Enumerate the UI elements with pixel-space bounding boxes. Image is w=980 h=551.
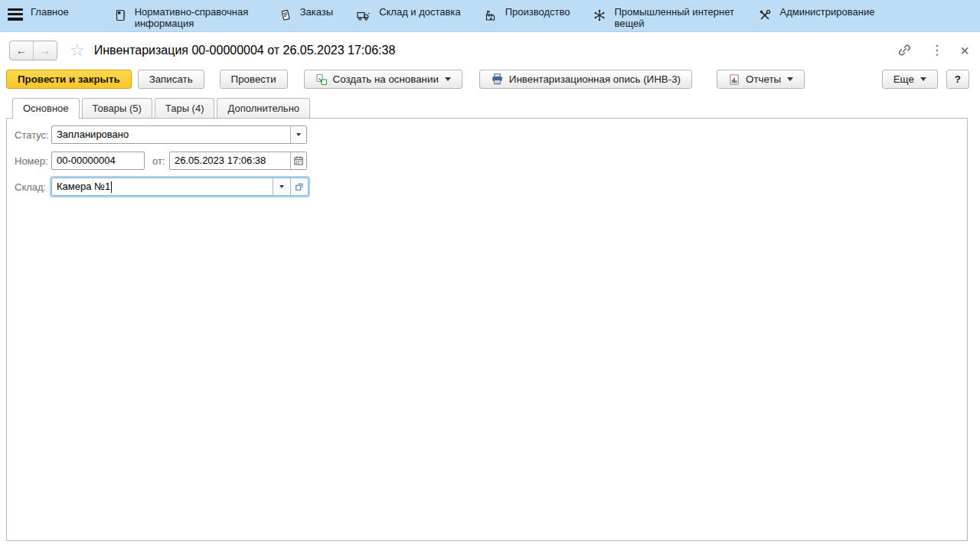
reports-label: Отчеты [746,73,781,85]
tab-containers[interactable]: Тары (4) [155,98,215,118]
tab-content-panel: Статус: Запланировано Номер: 00-00000004… [6,118,968,541]
factory-icon [484,8,498,24]
main-menu-bar: Главное Нормативно-справочная информация… [0,0,980,32]
save-button[interactable]: Записать [138,70,204,89]
inventory-list-print-button[interactable]: Инвентаризационная опись (ИНВ-3) [479,70,692,89]
date-label: от: [152,155,166,167]
menu-item-label: Промышленный интернет вещей [614,5,735,29]
open-in-window-icon [295,182,304,191]
date-input[interactable]: 26.05.2023 17:06:38 [170,152,290,169]
chevron-down-icon [787,77,793,81]
menu-item-industrial-iot[interactable]: Промышленный интернет вещей [593,5,735,29]
post-and-close-button[interactable]: Провести и закрыть [6,70,132,89]
menu-item-administration[interactable]: Администрирование [758,5,874,24]
menu-item-warehouse-delivery[interactable]: Склад и доставка [356,5,461,24]
create-based-on-icon [315,73,328,86]
document-title-bar: ← → ☆ Инвентаризация 00-00000004 от 26.0… [0,33,980,67]
tab-main[interactable]: Основное [12,98,80,119]
reports-chart-icon [728,73,740,86]
printer-icon [491,73,504,86]
more-actions-label: Еще [893,73,914,85]
favorite-star-icon[interactable]: ☆ [70,41,85,60]
delivery-truck-icon [356,8,371,24]
calendar-button[interactable] [290,152,306,169]
create-based-on-label: Создать на основании [333,73,439,85]
calendar-icon [293,155,304,166]
reference-book-icon [113,8,127,24]
inventory-list-label: Инвентаризационная опись (ИНВ-3) [509,73,681,85]
status-dropdown-button[interactable] [290,126,306,143]
command-toolbar: Провести и закрыть Записать Провести Соз… [0,67,980,93]
menu-item-label: Администрирование [779,5,874,18]
tab-goods[interactable]: Товары (5) [82,98,152,118]
menu-item-label: Заказы [300,5,333,18]
menu-item-label: Главное [31,5,69,18]
get-link-icon[interactable] [897,43,912,57]
more-actions-button[interactable]: Еще [882,70,938,89]
close-icon[interactable]: × [960,44,969,57]
back-button[interactable]: ← [10,41,33,60]
reports-button[interactable]: Отчеты [717,70,805,89]
chevron-down-icon [445,77,451,81]
menu-item-label: Нормативно-справочная информация [135,5,256,29]
warehouse-open-button[interactable] [290,178,308,195]
number-date-row: Номер: 00-00000004 от: 26.05.2023 17:06:… [15,152,967,170]
admin-tools-icon [758,8,772,24]
warehouse-dropdown-button[interactable] [273,178,290,195]
iot-network-icon [593,8,606,24]
text-cursor [111,181,112,193]
date-field: 26.05.2023 17:06:38 [169,152,307,170]
status-field: Запланировано [51,126,307,144]
forward-button[interactable]: → [33,41,57,60]
menu-item-label: Склад и доставка [379,5,461,18]
warehouse-label: Склад: [15,181,51,193]
menu-item-main[interactable]: Главное [31,5,69,18]
number-field: 00-00000004 [51,152,145,170]
menu-item-production[interactable]: Производство [484,5,570,24]
menu-item-label: Производство [505,5,570,18]
warehouse-row: Склад: Камера №1 [15,178,967,196]
chevron-down-icon [279,185,284,188]
chevron-down-icon [920,77,926,81]
help-button[interactable]: ? [946,70,969,89]
status-input[interactable]: Запланировано [52,126,290,143]
warehouse-field-focused: Камера №1 [51,178,309,196]
more-options-dots-icon[interactable]: ⋮ [930,44,943,57]
menu-item-reference-info[interactable]: Нормативно-справочная информация [113,5,256,29]
create-based-on-button[interactable]: Создать на основании [304,70,462,89]
warehouse-input[interactable]: Камера №1 [52,178,273,195]
main-menu-hamburger-icon[interactable] [8,5,26,23]
document-tabs: Основное Товары (5) Тары (4) Дополнитель… [6,98,968,119]
status-label: Статус: [15,129,51,141]
number-label: Номер: [15,155,51,167]
orders-document-icon [279,8,292,24]
menu-item-orders[interactable]: Заказы [279,5,333,24]
post-button[interactable]: Провести [220,70,288,89]
tab-additional[interactable]: Дополнительно [217,98,310,118]
status-row: Статус: Запланировано [15,126,967,144]
page-title: Инвентаризация 00-00000004 от 26.05.2023… [94,44,396,57]
chevron-down-icon [296,133,301,136]
number-input[interactable]: 00-00000004 [52,152,144,169]
history-nav-group: ← → [9,41,57,60]
